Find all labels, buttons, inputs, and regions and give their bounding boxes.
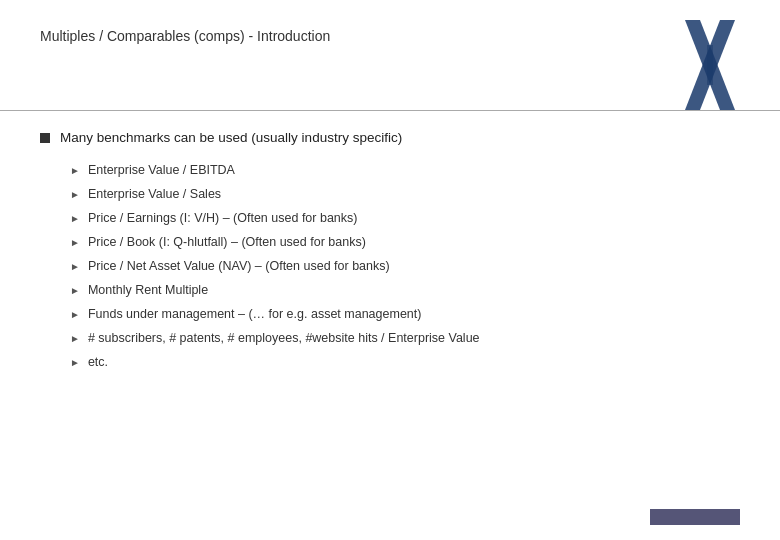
sub-bullet-text-4: Price / Net Asset Value (NAV) – (Often u… <box>88 259 390 273</box>
sub-bullets-list: ► Enterprise Value / EBITDA ► Enterprise… <box>70 163 740 369</box>
header: Multiples / Comparables (comps) - Introd… <box>40 28 660 44</box>
arrow-icon-1: ► <box>70 189 80 200</box>
bottom-decoration-bar <box>650 509 740 525</box>
main-bullet: Many benchmarks can be used (usually ind… <box>40 130 740 145</box>
arrow-icon-2: ► <box>70 213 80 224</box>
list-item: ► Price / Book (I: Q-hlutfall) – (Often … <box>70 235 740 249</box>
arrow-icon-0: ► <box>70 165 80 176</box>
arrow-icon-4: ► <box>70 261 80 272</box>
arrow-icon-3: ► <box>70 237 80 248</box>
arion-bank-logo: Arion bank <box>655 15 765 115</box>
slide-title: Multiples / Comparables (comps) - Introd… <box>40 28 330 44</box>
sub-bullet-text-3: Price / Book (I: Q-hlutfall) – (Often us… <box>88 235 366 249</box>
list-item: ► Funds under management – (… for e.g. a… <box>70 307 740 321</box>
sub-bullet-text-5: Monthly Rent Multiple <box>88 283 208 297</box>
sub-bullet-text-8: etc. <box>88 355 108 369</box>
list-item: ► Monthly Rent Multiple <box>70 283 740 297</box>
list-item: ► # subscribers, # patents, # employees,… <box>70 331 740 345</box>
sub-bullet-text-6: Funds under management – (… for e.g. ass… <box>88 307 422 321</box>
main-bullet-text: Many benchmarks can be used (usually ind… <box>60 130 402 145</box>
sub-bullet-text-1: Enterprise Value / Sales <box>88 187 221 201</box>
list-item: ► etc. <box>70 355 740 369</box>
arrow-icon-6: ► <box>70 309 80 320</box>
arrow-icon-5: ► <box>70 285 80 296</box>
list-item: ► Enterprise Value / EBITDA <box>70 163 740 177</box>
main-bullet-icon <box>40 133 50 143</box>
arrow-icon-8: ► <box>70 357 80 368</box>
sub-bullet-text-7: # subscribers, # patents, # employees, #… <box>88 331 480 345</box>
svg-rect-2 <box>707 45 713 85</box>
content-area: Many benchmarks can be used (usually ind… <box>40 130 740 379</box>
logo-area: Arion bank <box>650 10 770 120</box>
list-item: ► Enterprise Value / Sales <box>70 187 740 201</box>
list-item: ► Price / Net Asset Value (NAV) – (Often… <box>70 259 740 273</box>
sub-bullet-text-0: Enterprise Value / EBITDA <box>88 163 235 177</box>
list-item: ► Price / Earnings (I: V/H) – (Often use… <box>70 211 740 225</box>
slide-container: Multiples / Comparables (comps) - Introd… <box>0 0 780 540</box>
arrow-icon-7: ► <box>70 333 80 344</box>
sub-bullet-text-2: Price / Earnings (I: V/H) – (Often used … <box>88 211 358 225</box>
